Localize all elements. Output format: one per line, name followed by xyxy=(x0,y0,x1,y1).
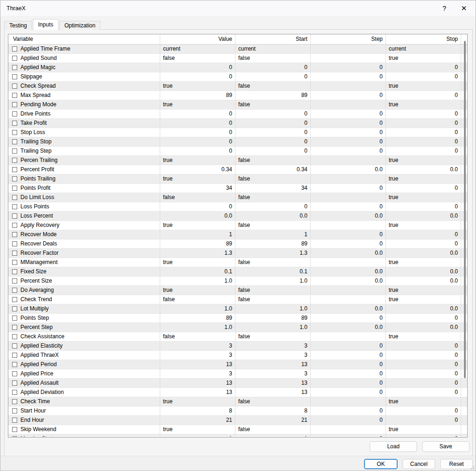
ok-button[interactable]: OK xyxy=(364,459,398,469)
row-checkbox[interactable] xyxy=(12,139,17,144)
row-checkbox[interactable] xyxy=(12,121,17,126)
row-checkbox[interactable] xyxy=(12,251,17,256)
table-row[interactable]: End Hour212100 xyxy=(8,416,467,425)
row-checkbox[interactable] xyxy=(12,148,17,154)
row-checkbox[interactable] xyxy=(12,56,17,61)
row-checkbox[interactable] xyxy=(12,241,17,246)
row-checkbox[interactable] xyxy=(12,362,17,367)
column-header-variable[interactable]: Variable xyxy=(8,34,160,44)
table-row[interactable]: MManagementtruefalsetrue xyxy=(8,258,467,267)
table-row[interactable]: Applied ThraeX3300 xyxy=(8,351,467,360)
column-header-step[interactable]: Step xyxy=(311,34,386,44)
row-checkbox[interactable] xyxy=(12,65,17,70)
table-row[interactable]: Loss Percent0.00.00.00.0 xyxy=(8,212,467,221)
row-checkbox[interactable] xyxy=(12,232,17,237)
close-button[interactable]: ✕ xyxy=(454,0,474,16)
vertical-scrollbar-thumb[interactable] xyxy=(464,41,466,378)
table-row[interactable]: Apply Recoverytruefalsetrue xyxy=(8,221,467,230)
table-row[interactable]: Do Averagingtruefalsetrue xyxy=(8,286,467,295)
row-checkbox[interactable] xyxy=(12,93,17,98)
row-checkbox[interactable] xyxy=(12,269,17,274)
row-checkbox[interactable] xyxy=(12,195,17,200)
row-checkbox[interactable] xyxy=(12,371,17,376)
row-checkbox[interactable] xyxy=(12,297,17,302)
table-row[interactable]: Trailing Step0000 xyxy=(8,147,467,156)
row-checkbox[interactable] xyxy=(12,167,17,172)
table-row[interactable]: Percent Step1.01.00.00.0 xyxy=(8,323,467,332)
table-row[interactable]: Fixed Size0.10.10.00.0 xyxy=(8,267,467,277)
table-row[interactable]: Points Step898900 xyxy=(8,314,467,323)
table-row[interactable]: Recover Deals898900 xyxy=(8,239,467,249)
row-checkbox[interactable] xyxy=(12,223,17,228)
table-row[interactable]: Check Trendfalsefalsetrue xyxy=(8,295,467,304)
table-row[interactable]: Check Assistancefalsefalsetrue xyxy=(8,332,467,342)
table-row[interactable]: Recover Factor1.31.30.00.0 xyxy=(8,249,467,258)
table-row[interactable]: Monday Start1100 xyxy=(8,434,467,437)
table-row[interactable]: Start Hour8800 xyxy=(8,406,467,416)
row-checkbox[interactable] xyxy=(12,306,17,311)
column-header-stop[interactable]: Stop xyxy=(386,34,461,44)
save-button[interactable]: Save xyxy=(422,441,469,452)
table-row[interactable]: Applied Elasticity3300 xyxy=(8,342,467,351)
row-checkbox[interactable] xyxy=(12,84,17,89)
row-checkbox[interactable] xyxy=(12,288,17,293)
table-row[interactable]: Recover Mode1100 xyxy=(8,230,467,239)
table-row[interactable]: Trailing Stop0000 xyxy=(8,137,467,147)
row-checkbox[interactable] xyxy=(12,334,17,339)
column-header-start[interactable]: Start xyxy=(235,34,311,44)
table-row[interactable]: Lot Multiply1.01.00.00.0 xyxy=(8,304,467,314)
row-checkbox[interactable] xyxy=(12,390,17,395)
table-row[interactable]: Take Profit0000 xyxy=(8,119,467,128)
table-row[interactable]: Loss Points0000 xyxy=(8,202,467,212)
row-checkbox[interactable] xyxy=(12,102,17,107)
table-row[interactable]: Percent Profit0.340.340.00.0 xyxy=(8,165,467,174)
tab-optimization[interactable]: Optimization xyxy=(59,21,101,30)
row-checkbox[interactable] xyxy=(12,158,17,163)
row-checkbox[interactable] xyxy=(12,46,17,52)
row-checkbox[interactable] xyxy=(12,399,17,404)
table-row[interactable]: Points Trailingtruefalsetrue xyxy=(8,174,467,184)
table-row[interactable]: Points Profit343400 xyxy=(8,184,467,193)
row-checkbox[interactable] xyxy=(12,353,17,358)
row-checkbox[interactable] xyxy=(12,176,17,181)
row-checkbox[interactable] xyxy=(12,418,17,423)
table-row[interactable]: Percen Trailingtruefalsetrue xyxy=(8,156,467,165)
row-checkbox[interactable] xyxy=(12,427,17,432)
row-checkbox[interactable] xyxy=(12,381,17,386)
help-button[interactable]: ? xyxy=(435,0,454,16)
table-row[interactable]: Applied Period131300 xyxy=(8,360,467,369)
row-checkbox[interactable] xyxy=(12,111,17,116)
table-row[interactable]: Check Spreadtruefalsetrue xyxy=(8,82,467,91)
row-checkbox[interactable] xyxy=(12,408,17,413)
column-header-value[interactable]: Value xyxy=(160,34,235,44)
table-row[interactable]: Pending Modetruefalsetrue xyxy=(8,100,467,110)
row-checkbox[interactable] xyxy=(12,130,17,135)
tab-testing[interactable]: Testing xyxy=(4,21,32,30)
table-row[interactable]: Max Spread898900 xyxy=(8,91,467,100)
table-row[interactable]: Check Timetruefalsetrue xyxy=(8,397,467,406)
table-row[interactable]: Slippage0000 xyxy=(8,72,467,82)
row-checkbox[interactable] xyxy=(12,213,17,219)
table-row[interactable]: Applied Soundfalsefalsetrue xyxy=(8,54,467,63)
load-button[interactable]: Load xyxy=(370,441,417,452)
resize-grip-icon[interactable] xyxy=(470,465,474,469)
table-row[interactable]: Applied Time Framecurrentcurrentcurrent xyxy=(8,45,467,54)
row-checkbox[interactable] xyxy=(12,74,17,79)
row-checkbox[interactable] xyxy=(12,204,17,209)
table-row[interactable]: Skip Weekendtruefalsetrue xyxy=(8,425,467,434)
table-row[interactable]: Drive Points0000 xyxy=(8,110,467,119)
row-checkbox[interactable] xyxy=(12,316,17,321)
cancel-button[interactable]: Cancel xyxy=(403,459,435,469)
row-checkbox[interactable] xyxy=(12,325,17,330)
table-row[interactable]: Percent Size1.01.00.00.0 xyxy=(8,277,467,286)
table-row[interactable]: Stop Loss0000 xyxy=(8,128,467,137)
row-checkbox[interactable] xyxy=(12,186,17,191)
table-row[interactable]: Applied Magic0000 xyxy=(8,63,467,72)
row-checkbox[interactable] xyxy=(12,260,17,265)
row-checkbox[interactable] xyxy=(12,343,17,348)
reset-button[interactable]: Reset xyxy=(440,459,473,469)
row-checkbox[interactable] xyxy=(12,436,17,437)
tab-inputs[interactable]: Inputs xyxy=(33,19,59,30)
row-checkbox[interactable] xyxy=(12,278,17,284)
table-row[interactable]: Do Limit Lossfalsefalsetrue xyxy=(8,193,467,202)
